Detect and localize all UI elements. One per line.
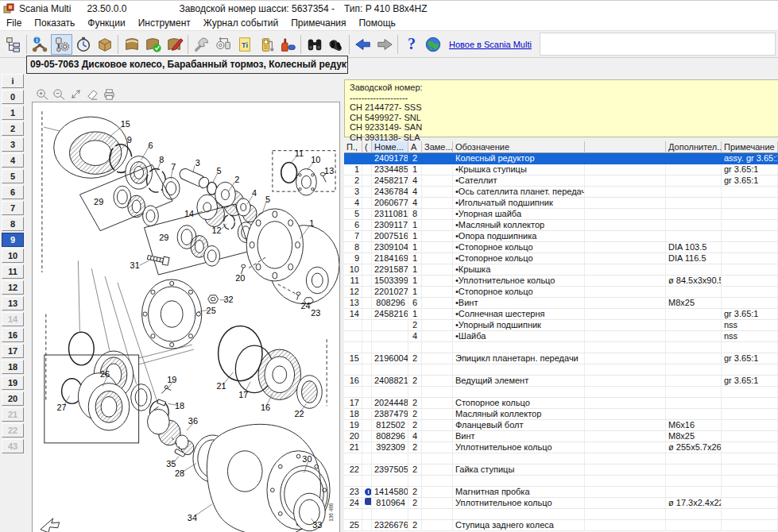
table-row[interactable]: 420606774•Игольчатый подшипник bbox=[344, 198, 778, 209]
forward-icon[interactable] bbox=[374, 34, 395, 55]
table-row[interactable]: 138082966•ВинтM8x25 bbox=[344, 298, 778, 309]
table-row[interactable]: 921841691•Стопорное кольцоDIA 116.5 bbox=[344, 253, 778, 264]
diagram-callout-15[interactable]: 15 bbox=[121, 119, 130, 129]
table-row[interactable]: 1823874792Масляный коллектор bbox=[344, 409, 778, 420]
fit-view-icon[interactable] bbox=[69, 88, 83, 101]
menu-журнал-событий[interactable]: Журнал событий bbox=[197, 17, 284, 29]
table-row[interactable]: 523110818•Упорная шайба bbox=[344, 209, 778, 220]
table-row[interactable]: 623091171•Масляный коллектор bbox=[344, 220, 778, 231]
sidebar-group-4[interactable]: 4 bbox=[2, 153, 24, 168]
package-icon[interactable] bbox=[94, 34, 115, 55]
diagram-callout-33[interactable]: 33 bbox=[312, 520, 322, 530]
diagram-callout-26[interactable]: 26 bbox=[100, 369, 110, 379]
table-row[interactable]: 1222010271•Стопорное кольцо bbox=[344, 287, 778, 298]
spare-parts-icon[interactable] bbox=[51, 34, 72, 55]
diagram-callout-34[interactable]: 34 bbox=[188, 513, 197, 522]
history-icon[interactable] bbox=[72, 34, 94, 55]
diagram-callout-29[interactable]: 29 bbox=[159, 233, 168, 242]
table-row[interactable]: 24091782Колесный редукторassy. gr 3.65:1 bbox=[344, 153, 778, 164]
table-row[interactable]: 1022915871•Крышка bbox=[344, 264, 778, 276]
table-row[interactable]: 823091041•Стопорное кольцоDIA 103.5 bbox=[344, 242, 778, 253]
diagram-callout-30[interactable]: 30 bbox=[302, 454, 312, 464]
consumables-icon[interactable] bbox=[277, 34, 298, 55]
column-header[interactable]: Номе... bbox=[372, 141, 408, 153]
lubricants-icon[interactable] bbox=[255, 34, 277, 55]
table-row[interactable]: 2223975052Гайка ступицы bbox=[344, 465, 778, 476]
sidebar-group-2[interactable]: 2 bbox=[2, 121, 24, 136]
table-row[interactable]: 208082964ВинтM8x25 bbox=[344, 431, 778, 442]
diagram-callout-28[interactable]: 28 bbox=[175, 468, 184, 478]
sidebar-group-7[interactable]: 7 bbox=[2, 201, 24, 215]
table-row[interactable]: 2523266762Ступица заднего колеса bbox=[344, 520, 778, 531]
print-icon[interactable] bbox=[103, 88, 116, 101]
table-row[interactable]: 1115033991•Уплотнительное кольцоø 84.5x3… bbox=[344, 276, 778, 287]
menu-показать[interactable]: Показать bbox=[28, 17, 81, 29]
diagram-callout-36[interactable]: 36 bbox=[188, 416, 198, 426]
diagram-callout-10[interactable]: 10 bbox=[311, 155, 320, 164]
sidebar-group-3[interactable]: 3 bbox=[2, 137, 24, 152]
column-header[interactable]: Примечание bbox=[722, 141, 778, 153]
menu-примечания[interactable]: Примечания bbox=[284, 17, 352, 29]
diagram-callout-32[interactable]: 32 bbox=[223, 295, 233, 304]
eraser-icon[interactable] bbox=[86, 88, 99, 101]
column-header[interactable] bbox=[585, 141, 666, 153]
table-row[interactable]: 248109642Уплотнительное кольцоø 17.3x2.4… bbox=[344, 498, 778, 509]
sidebar-group-19[interactable]: 19 bbox=[2, 376, 24, 390]
diagram-callout-22[interactable]: 22 bbox=[294, 409, 304, 418]
table-row[interactable]: 23i14145802Магнитная пробка bbox=[344, 487, 778, 498]
column-header[interactable]: ( bbox=[362, 141, 372, 153]
column-header[interactable]: П., bbox=[344, 141, 362, 153]
table-row[interactable]: 224582174•Сателлитgr 3.65:1 bbox=[344, 175, 778, 187]
diagram-callout-14[interactable]: 14 bbox=[184, 209, 194, 218]
diagram-callout-12[interactable]: 12 bbox=[212, 226, 222, 235]
column-header[interactable]: Заме... bbox=[422, 141, 453, 153]
exploded-view-diagram[interactable]: 136 486 15968735245111013291412291312032… bbox=[32, 102, 340, 532]
diagram-callout-13[interactable]: 13 bbox=[324, 166, 334, 175]
menu-функции[interactable]: Функции bbox=[81, 17, 131, 29]
table-row[interactable]: 324367844•Ось сателлита планет. передачи bbox=[344, 187, 778, 198]
diagram-callout-1[interactable]: 1 bbox=[309, 218, 314, 228]
document-edit-icon[interactable] bbox=[164, 34, 185, 55]
zoom-in-icon[interactable] bbox=[36, 88, 49, 101]
table-row[interactable]: 123344851•Крышка ступицыgr 3.65:1 bbox=[344, 164, 778, 175]
sidebar-group-10[interactable]: 10 bbox=[2, 249, 24, 263]
diagram-callout-3[interactable]: 3 bbox=[195, 158, 200, 168]
table-row[interactable]: 1720244482Стопорное кольцо bbox=[344, 398, 778, 409]
diagram-callout-21[interactable]: 21 bbox=[216, 381, 226, 391]
diagram-callout-5[interactable]: 5 bbox=[217, 166, 222, 175]
help-icon[interactable]: ? bbox=[401, 34, 422, 55]
diagram-callout-11[interactable]: 11 bbox=[295, 149, 304, 159]
sidebar-group-16[interactable]: 16 bbox=[2, 328, 24, 342]
menu-инструмент[interactable]: Инструмент bbox=[132, 17, 197, 29]
menu-помощь[interactable]: Помощь bbox=[352, 17, 401, 29]
document-check-icon[interactable] bbox=[142, 34, 164, 55]
table-row[interactable]: 1521960042Эпицикл планетарн. передачиgr … bbox=[344, 353, 778, 364]
table-row[interactable]: 198125022Фланцевый болтM6x16 bbox=[344, 420, 778, 431]
diagram-callout-31[interactable]: 31 bbox=[130, 260, 140, 270]
diagram-callout-24[interactable]: 24 bbox=[300, 301, 310, 310]
table-row[interactable]: 720075161•Опора подшипника bbox=[344, 231, 778, 242]
table-row[interactable]: 213923092Уплотнительное кольцоø 255x5.7x… bbox=[344, 442, 778, 453]
sidebar-group-17[interactable]: 17 bbox=[2, 344, 24, 358]
diagram-callout-19[interactable]: 19 bbox=[167, 375, 176, 384]
diagram-callout-25[interactable]: 25 bbox=[207, 306, 216, 315]
column-header[interactable]: А bbox=[408, 141, 422, 153]
diagram-callout-17[interactable]: 17 bbox=[238, 390, 248, 399]
sidebar-group-18[interactable]: 18 bbox=[2, 360, 24, 374]
menu-file[interactable]: File bbox=[0, 17, 28, 29]
diagram-callout-16[interactable]: 16 bbox=[261, 403, 270, 412]
diagram-callout-8[interactable]: 8 bbox=[159, 155, 164, 164]
table-row[interactable]: 4•Шайбаnss bbox=[344, 331, 778, 342]
diagram-callout-4[interactable]: 4 bbox=[252, 188, 257, 198]
back-icon[interactable] bbox=[352, 34, 374, 55]
sidebar-group-6[interactable]: 6 bbox=[2, 185, 24, 199]
search-binoculars-icon[interactable] bbox=[304, 34, 325, 55]
sidebar-group-i[interactable]: i bbox=[2, 74, 24, 88]
diagram-callout-7[interactable]: 7 bbox=[171, 162, 176, 172]
diagram-callout-18[interactable]: 18 bbox=[175, 401, 184, 411]
sidebar-group-12[interactable]: 12 bbox=[2, 280, 24, 295]
diagram-callout-23[interactable]: 23 bbox=[311, 308, 320, 318]
table-row[interactable]: 1424582161•Солнечная шестерняgr 3.65:1 bbox=[344, 309, 778, 320]
diagram-callout-5[interactable]: 5 bbox=[265, 195, 270, 204]
diagram-callout-2[interactable]: 2 bbox=[234, 175, 239, 184]
